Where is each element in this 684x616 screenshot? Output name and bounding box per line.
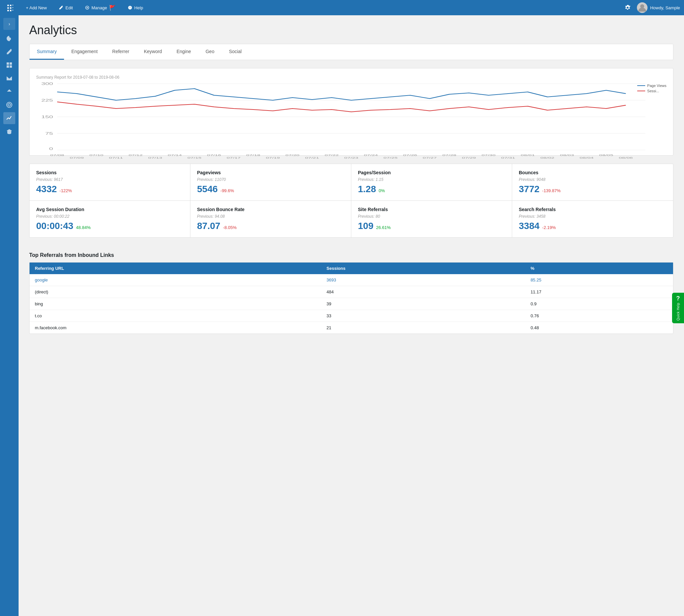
referral-sessions-cell: 33 <box>321 310 525 322</box>
stats-grid: Sessions Previous: 9617 4332 -122% Pagev… <box>29 163 674 238</box>
tab-referrer[interactable]: Referrer <box>105 44 136 60</box>
svg-text:07/11: 07/11 <box>109 156 123 159</box>
table-row: t.co330.76 <box>29 310 673 322</box>
edit-button[interactable]: Edit <box>56 4 75 12</box>
svg-point-3 <box>9 105 9 105</box>
sidebar-collapse-button[interactable]: › <box>3 18 15 30</box>
legend-sessions: Sessi... <box>637 89 666 93</box>
referral-sessions-cell: 484 <box>321 286 525 298</box>
stat-card-bounce-rate: Session Bounce Rate Previous: 94.08 87.0… <box>190 201 351 237</box>
sidebar-item-palette[interactable] <box>3 32 15 44</box>
svg-text:07/25: 07/25 <box>384 156 397 159</box>
svg-text:07/14: 07/14 <box>168 154 182 157</box>
svg-text:07/19: 07/19 <box>266 156 280 159</box>
stat-card-site-referrals: Site Referrals Previous: 80 109 26.61% <box>351 201 512 237</box>
chart-container: Summary Report for 2019-07-08 to 2019-08… <box>29 68 674 156</box>
svg-text:08/04: 08/04 <box>579 156 593 159</box>
svg-text:07/26: 07/26 <box>403 154 417 157</box>
referral-percent-cell: 0.48 <box>525 322 673 334</box>
referral-percent-cell: 0.76 <box>525 310 673 322</box>
sidebar-item-target[interactable] <box>3 99 15 111</box>
table-row: (direct)48411.17 <box>29 286 673 298</box>
svg-text:07/24: 07/24 <box>364 154 378 157</box>
svg-text:08/05: 08/05 <box>599 154 613 157</box>
svg-text:07/13: 07/13 <box>148 156 162 159</box>
stat-card-avg-session: Avg Session Duration Previous: 00:00:22 … <box>29 201 190 237</box>
tab-keyword[interactable]: Keyword <box>137 44 169 60</box>
sidebar-item-pen[interactable] <box>3 46 15 58</box>
svg-text:07/20: 07/20 <box>286 154 299 157</box>
svg-text:75: 75 <box>45 132 53 135</box>
svg-text:07/28: 07/28 <box>442 154 456 157</box>
help-button[interactable]: Help <box>125 4 146 12</box>
referral-sessions-cell: 39 <box>321 298 525 310</box>
svg-text:08/01: 08/01 <box>521 154 535 157</box>
chart-area: 300 225 150 75 0 07/08 07/09 07/10 07/11… <box>36 84 666 150</box>
sidebar: › <box>0 15 19 616</box>
settings-gear-icon[interactable] <box>622 2 633 13</box>
stat-card-search-referrals: Search Referrals Previous: 3458 3384 -2.… <box>512 201 673 237</box>
svg-text:07/08: 07/08 <box>50 154 64 157</box>
tab-engine[interactable]: Engine <box>169 44 198 60</box>
svg-text:07/23: 07/23 <box>344 156 358 159</box>
tab-engagement[interactable]: Engagement <box>64 44 105 60</box>
stat-card-bounces: Bounces Previous: 9048 3772 -139.87% <box>512 164 673 201</box>
svg-text:08/03: 08/03 <box>560 154 574 157</box>
tab-social[interactable]: Social <box>222 44 249 60</box>
svg-text:07/09: 07/09 <box>70 156 84 159</box>
referrals-table-container: Referring URL Sessions % google369385.25… <box>29 262 674 334</box>
svg-text:07/31: 07/31 <box>501 156 515 159</box>
table-row: bing390.9 <box>29 298 673 310</box>
legend-pageviews: Page Views <box>637 84 666 88</box>
sidebar-item-grid[interactable] <box>3 59 15 71</box>
chart-legend: Page Views Sessi... <box>637 84 666 94</box>
app-logo[interactable] <box>4 4 17 11</box>
svg-text:07/29: 07/29 <box>462 156 476 159</box>
avatar <box>637 2 647 13</box>
referral-sessions-cell: 3693 <box>321 274 525 286</box>
table-row: m.facebook.com210.48 <box>29 322 673 334</box>
tabs-container: Summary Engagement Referrer Keyword Engi… <box>29 44 674 60</box>
svg-text:07/10: 07/10 <box>89 154 103 157</box>
referral-url-cell: t.co <box>29 310 321 322</box>
col-header-sessions: Sessions <box>321 263 525 274</box>
user-info[interactable]: Howdy, Sample <box>637 2 680 13</box>
tab-summary[interactable]: Summary <box>29 44 64 60</box>
svg-text:07/15: 07/15 <box>187 156 201 159</box>
svg-text:150: 150 <box>41 115 53 119</box>
table-row: google369385.25 <box>29 274 673 286</box>
sidebar-item-mail[interactable] <box>3 72 15 84</box>
legend-pageviews-line <box>637 85 645 86</box>
tab-geo[interactable]: Geo <box>198 44 222 60</box>
col-header-percent: % <box>525 263 673 274</box>
referral-url-cell: m.facebook.com <box>29 322 321 334</box>
sidebar-item-arrows[interactable] <box>3 86 15 97</box>
referrals-title: Top Referrals from Inbound Links <box>29 247 674 262</box>
stat-card-pageviews: Pageviews Previous: 11070 5546 -99.6% <box>190 164 351 201</box>
svg-text:08/02: 08/02 <box>540 156 554 159</box>
svg-text:0: 0 <box>49 147 53 151</box>
svg-text:07/30: 07/30 <box>482 154 496 157</box>
quick-help-button[interactable]: ? Quick Help <box>672 293 684 323</box>
chart-title: Summary Report for 2019-07-08 to 2019-08… <box>36 75 666 80</box>
legend-sessions-line <box>637 91 645 91</box>
referral-percent-cell: 85.25 <box>525 274 673 286</box>
col-header-url: Referring URL <box>29 263 321 274</box>
referral-url-cell[interactable]: google <box>29 274 321 286</box>
stat-card-pages-session: Pages/Session Previous: 1.15 1.28 0% <box>351 164 512 201</box>
svg-text:07/27: 07/27 <box>423 156 436 159</box>
sidebar-item-graduation[interactable] <box>3 126 15 137</box>
svg-text:07/17: 07/17 <box>227 156 241 159</box>
add-new-button[interactable]: + Add New <box>23 4 49 12</box>
svg-text:225: 225 <box>41 98 53 102</box>
manage-button[interactable]: Manage 🚩 <box>82 3 118 12</box>
sidebar-item-analytics[interactable] <box>3 112 15 124</box>
referral-url-cell: bing <box>29 298 321 310</box>
stat-card-sessions: Sessions Previous: 9617 4332 -122% <box>29 164 190 201</box>
referrals-section: Top Referrals from Inbound Links Referri… <box>29 247 674 334</box>
howdy-label: Howdy, Sample <box>650 5 680 10</box>
main-content: Analytics Summary Engagement Referrer Ke… <box>19 15 684 616</box>
referral-sessions-cell: 21 <box>321 322 525 334</box>
referral-url-cell: (direct) <box>29 286 321 298</box>
svg-text:07/18: 07/18 <box>246 154 260 157</box>
